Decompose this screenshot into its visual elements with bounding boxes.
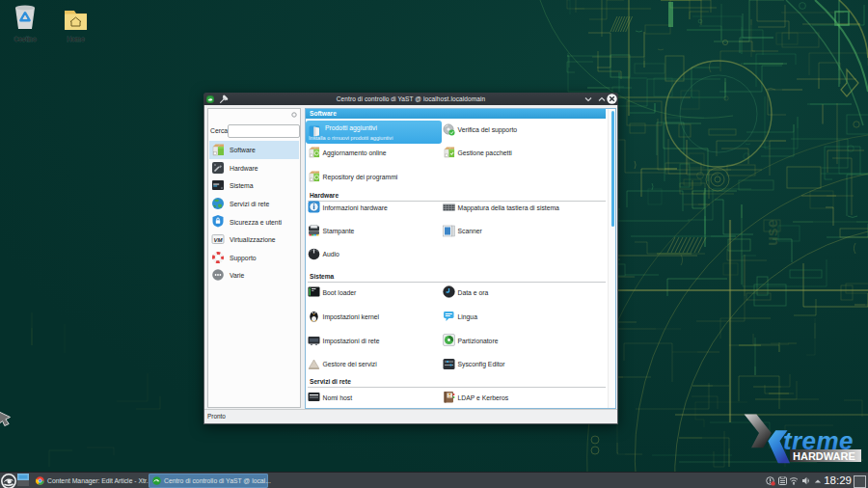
svg-text:use: use: [764, 219, 780, 246]
svg-text:VM: VM: [214, 237, 224, 243]
svg-text:Cestino: Cestino: [14, 36, 37, 42]
svg-text:HARDWARE: HARDWARE: [793, 450, 855, 462]
svg-text:Home: Home: [67, 36, 85, 42]
